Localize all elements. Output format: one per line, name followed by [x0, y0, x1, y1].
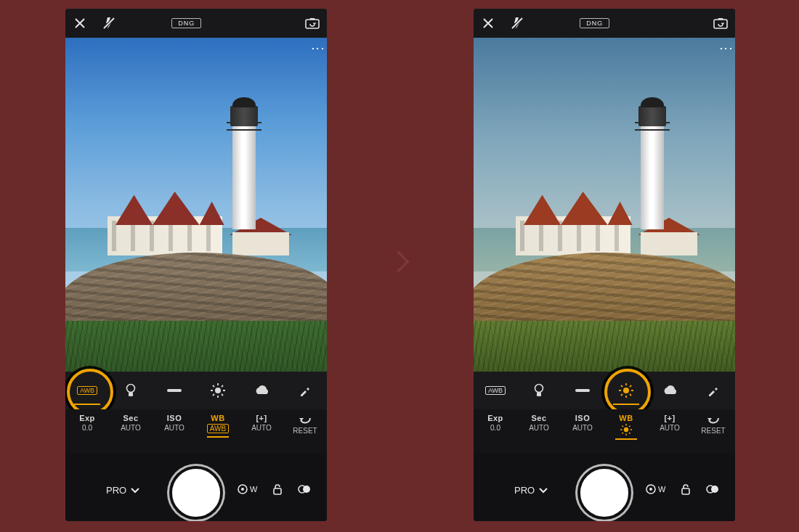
lens-wide-button[interactable]: W — [645, 483, 665, 495]
wb-cloudy[interactable] — [241, 373, 282, 408]
mode-selector[interactable]: PRO — [106, 485, 139, 496]
bulb-icon — [533, 383, 545, 398]
shutter-button[interactable] — [169, 466, 223, 520]
lens-wide-button[interactable]: W — [237, 483, 257, 495]
arrow-right-icon — [391, 254, 408, 282]
wb-daylight[interactable] — [198, 373, 238, 408]
mode-selector[interactable]: PRO — [514, 485, 548, 496]
wb-incandescent[interactable] — [519, 373, 559, 408]
wb-eyedropper[interactable] — [285, 373, 325, 408]
overlay-button[interactable] — [706, 483, 719, 495]
more-icon[interactable]: ⋮ — [722, 42, 731, 54]
camera-screen-after: DNG ⋮ AWB Exp0.0 SecAUTO ISOAUTO — [474, 9, 735, 521]
chevron-down-icon — [131, 488, 139, 494]
setting-wb[interactable]: WBAWB — [198, 414, 238, 438]
viewfinder[interactable]: ⋮ — [474, 38, 735, 372]
file-format-badge[interactable]: DNG — [580, 18, 609, 28]
setting-reset[interactable]: RESET — [285, 414, 325, 439]
pro-settings-row: Exp0.0 SecAUTO ISOAUTO WBAWB [+]AUTO RES… — [65, 409, 327, 453]
svg-rect-25 — [575, 389, 590, 392]
camera-screen-before: DNG ⋮ AWB — [65, 9, 327, 521]
overlay-button[interactable] — [298, 483, 311, 495]
awb-icon: AWB — [485, 386, 506, 395]
wb-presets-row: AWB — [474, 372, 735, 409]
svg-line-14 — [213, 394, 214, 396]
setting-focus[interactable]: [+]AUTO — [650, 414, 689, 436]
svg-line-34 — [621, 394, 622, 396]
lock-button[interactable] — [272, 483, 283, 495]
bottom-bar: PRO W — [65, 453, 327, 521]
sun-icon — [620, 424, 632, 435]
shutter-button[interactable] — [577, 466, 631, 520]
svg-line-13 — [222, 385, 223, 387]
awb-icon: AWB — [77, 386, 97, 395]
wb-incandescent[interactable] — [110, 373, 151, 408]
unlock-icon — [272, 483, 283, 495]
viewfinder[interactable]: ⋮ — [65, 38, 327, 372]
sun-icon — [211, 383, 225, 398]
wide-label: W — [250, 485, 257, 494]
setting-iso[interactable]: ISOAUTO — [155, 414, 194, 436]
svg-point-16 — [241, 488, 244, 491]
lock-button[interactable] — [680, 483, 691, 495]
close-icon[interactable] — [65, 9, 94, 38]
svg-point-23 — [535, 385, 543, 393]
svg-point-48 — [711, 486, 718, 493]
flash-off-icon[interactable] — [503, 9, 532, 38]
wb-cloudy[interactable] — [649, 373, 690, 408]
switch-camera-icon[interactable] — [706, 9, 735, 38]
svg-rect-24 — [537, 393, 541, 396]
eyedropper-icon — [299, 384, 312, 397]
svg-point-26 — [623, 388, 629, 393]
wb-fluorescent[interactable] — [562, 373, 603, 408]
wb-presets-row: AWB — [65, 372, 327, 409]
wb-awb[interactable]: AWB — [475, 373, 516, 408]
reset-icon — [299, 414, 312, 424]
setting-reset[interactable]: RESET — [694, 414, 733, 439]
setting-shutter[interactable]: SecAUTO — [111, 414, 150, 436]
svg-point-3 — [127, 385, 135, 393]
mode-label: PRO — [514, 485, 535, 496]
chevron-down-icon — [539, 488, 548, 494]
mode-label: PRO — [106, 485, 126, 496]
overlay-icon — [706, 483, 719, 495]
setting-focus[interactable]: [+]AUTO — [242, 414, 281, 436]
cloud-icon — [254, 385, 269, 396]
wb-awb[interactable]: AWB — [67, 373, 108, 408]
pro-settings-row: Exp0.0 SecAUTO ISOAUTO WB [+]AUTO RESET — [474, 409, 735, 453]
switch-camera-icon[interactable] — [298, 9, 327, 38]
close-icon[interactable] — [474, 9, 503, 38]
svg-rect-46 — [682, 488, 689, 494]
svg-rect-4 — [129, 393, 133, 396]
more-icon[interactable]: ⋮ — [314, 42, 323, 54]
house — [511, 186, 635, 255]
unlock-icon — [680, 483, 691, 495]
sun-icon — [619, 383, 633, 398]
svg-line-31 — [621, 385, 622, 387]
svg-rect-22 — [714, 20, 727, 28]
wb-fluorescent[interactable] — [154, 373, 195, 408]
svg-rect-17 — [274, 488, 281, 494]
wb-daylight[interactable] — [606, 373, 646, 408]
tube-icon — [166, 387, 182, 394]
flash-off-icon[interactable] — [94, 9, 123, 38]
setting-iso[interactable]: ISOAUTO — [563, 414, 602, 436]
setting-shutter[interactable]: SecAUTO — [519, 414, 559, 436]
svg-line-42 — [629, 425, 630, 427]
lens-icon — [237, 483, 248, 495]
lighthouse — [636, 99, 668, 229]
svg-line-11 — [213, 385, 214, 387]
svg-point-6 — [215, 388, 221, 393]
setting-wb[interactable]: WB — [607, 414, 646, 440]
setting-exposure[interactable]: Exp0.0 — [68, 414, 107, 436]
file-format-badge[interactable]: DNG — [171, 18, 201, 28]
eyedropper-icon — [707, 384, 720, 397]
svg-point-19 — [303, 486, 310, 493]
svg-line-43 — [622, 433, 623, 434]
lighthouse — [228, 99, 260, 229]
setting-exposure[interactable]: Exp0.0 — [476, 414, 515, 436]
cloud-icon — [662, 385, 678, 396]
svg-line-41 — [629, 433, 630, 434]
wb-eyedropper[interactable] — [693, 373, 734, 408]
svg-rect-5 — [167, 389, 182, 392]
